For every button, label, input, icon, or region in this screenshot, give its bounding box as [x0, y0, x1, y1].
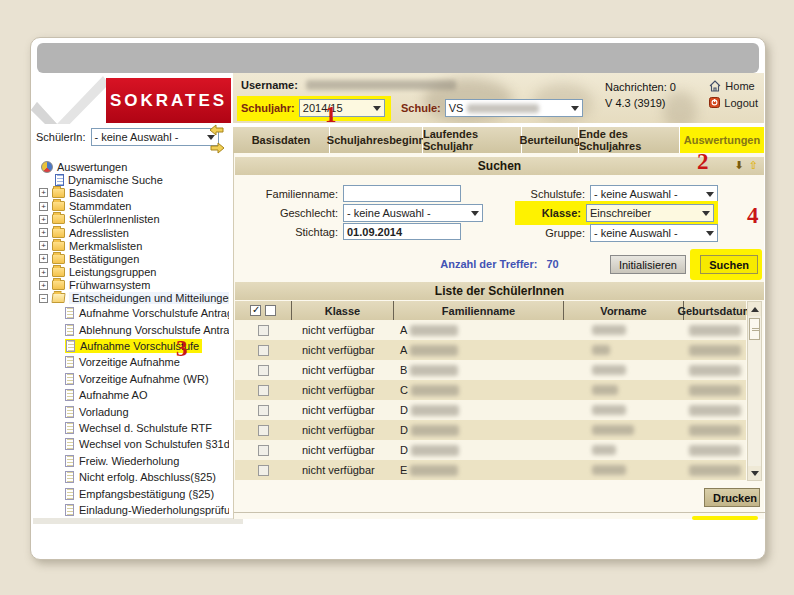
expand-plus-icon[interactable]: [39, 188, 48, 197]
table-row[interactable]: nicht verfügbarC: [235, 380, 746, 400]
expand-plus-icon[interactable]: [39, 241, 48, 250]
tree-folder-fruehwarnsystem[interactable]: Frühwarnsystem: [39, 279, 229, 292]
tree-item-wechsel-schulstufe-rtf[interactable]: Wechsel d. Schulstufe RTF: [39, 420, 229, 436]
drucken-button[interactable]: Drucken: [704, 488, 760, 507]
col-header-klasse: Klasse: [292, 301, 394, 320]
expand-right-arrow-icon[interactable]: [209, 142, 225, 154]
expand-plus-icon[interactable]: [39, 268, 48, 277]
folder-icon: [52, 188, 65, 198]
table-row[interactable]: nicht verfügbarA: [235, 320, 746, 340]
home-button[interactable]: Home: [709, 77, 758, 94]
tree-folder-merkmalslisten[interactable]: Merkmalslisten: [39, 239, 229, 252]
tree-item-vorzeitige-aufnahme[interactable]: Vorzeitige Aufnahme: [39, 354, 229, 370]
logout-button[interactable]: Logout: [709, 94, 758, 111]
tree-item-vorladung[interactable]: Vorladung: [39, 403, 229, 419]
stichtag-label: Stichtag:: [260, 226, 338, 238]
expand-plus-icon[interactable]: [39, 228, 48, 237]
tree-item-aufnahme-vorschulstufe-antrag[interactable]: Aufnahme Vorschulstufe Antrag: [39, 305, 229, 321]
tree-folder-adresslisten[interactable]: Adresslisten: [39, 226, 229, 239]
deselect-all-checkbox[interactable]: [265, 305, 276, 316]
row-checkbox[interactable]: [258, 465, 269, 476]
table-row[interactable]: nicht verfügbarD: [235, 440, 746, 460]
expand-section-icon[interactable]: ⇧: [749, 159, 758, 172]
tree-folder-basisdaten[interactable]: Basisdaten: [39, 186, 229, 199]
tree-item-aufnahme-vorschulstufe[interactable]: Aufnahme Vorschulstufe: [39, 338, 229, 354]
tree-item-einladung-wiederholungspruefung[interactable]: Einladung-Wiederholungsprüfung: [39, 502, 229, 518]
expand-plus-icon[interactable]: [39, 202, 48, 211]
tab-laufendes-schuljahr[interactable]: Laufendes Schuljahr: [423, 127, 521, 153]
vorname-redacted: [592, 405, 626, 415]
geburtsdatum-redacted: [689, 445, 741, 456]
gruppe-select[interactable]: - keine Auswahl -: [590, 224, 718, 242]
row-checkbox[interactable]: [258, 325, 269, 336]
table-row[interactable]: nicht verfügbarB: [235, 360, 746, 380]
vorname-redacted: [592, 445, 616, 455]
stichtag-input[interactable]: 01.09.2014: [343, 223, 461, 240]
document-icon: [65, 504, 74, 516]
sidebar-scroll-strip[interactable]: [33, 518, 243, 524]
tree-item-dynamische-suche[interactable]: Dynamische Suche: [39, 173, 229, 186]
tree-item-freiw-wiederholung[interactable]: Freiw. Wiederholung: [39, 453, 229, 469]
schulstufe-label: Schulstufe:: [523, 188, 585, 200]
schuelerin-select[interactable]: - keine Auswahl -: [91, 128, 219, 146]
window-titlebar[interactable]: [37, 43, 759, 73]
tree-folder-entscheidungen[interactable]: Entscheidungen und Mitteilungen: [39, 292, 229, 305]
expand-plus-icon[interactable]: [39, 215, 48, 224]
row-checkbox[interactable]: [258, 365, 269, 376]
table-row[interactable]: nicht verfügbarA: [235, 340, 746, 360]
initialisieren-button[interactable]: Initialisieren: [610, 255, 686, 274]
tab-ende-des-schuljahres[interactable]: Ende des Schuljahres: [579, 127, 679, 153]
expand-plus-icon[interactable]: [39, 281, 48, 290]
tree-item-nicht-erfolg-abschluss[interactable]: Nicht erfolg. Abschluss(§25): [39, 469, 229, 485]
suchen-button[interactable]: Suchen: [700, 255, 758, 274]
tree-item-empfangsbestaetigung[interactable]: Empfangsbestätigung (§25): [39, 485, 229, 501]
table-row[interactable]: nicht verfügbarD: [235, 420, 746, 440]
tab-basisdaten[interactable]: Basisdaten: [233, 127, 329, 153]
vorname-redacted: [592, 425, 634, 435]
scrollbar-thumb[interactable]: [749, 318, 760, 340]
tree-item-aufnahme-ao[interactable]: Aufnahme AO: [39, 387, 229, 403]
table-row[interactable]: nicht verfügbarD: [235, 400, 746, 420]
tree-root-auswertungen[interactable]: Auswertungen: [39, 160, 229, 173]
geschlecht-select[interactable]: - keine Auswahl -: [343, 204, 483, 222]
table-row[interactable]: nicht verfügbarE: [235, 460, 746, 480]
row-checkbox[interactable]: [258, 345, 269, 356]
tree-folder-bestaetigungen[interactable]: Bestätigungen: [39, 252, 229, 265]
row-checkbox[interactable]: [258, 445, 269, 456]
schule-value-redacted: [467, 104, 539, 113]
tree-folder-leistungsgruppen[interactable]: Leistungsgruppen: [39, 266, 229, 279]
tab-schuljahresbeginn[interactable]: Schuljahresbeginn: [330, 127, 422, 153]
row-checkbox[interactable]: [258, 405, 269, 416]
username-value-redacted: [306, 80, 456, 90]
sidebar: SchülerIn: - keine Auswahl - Auswertunge…: [33, 124, 231, 519]
table-scrollbar[interactable]: [747, 301, 762, 481]
table-header: Klasse Familienname Vorname Geburtsdatum: [235, 301, 746, 320]
collapse-minus-icon[interactable]: [39, 294, 48, 303]
schule-select[interactable]: VS: [445, 99, 583, 117]
row-checkbox[interactable]: [258, 385, 269, 396]
tab-auswertungen[interactable]: Auswertungen: [680, 127, 764, 153]
schule-label: Schule:: [401, 102, 441, 114]
tree-folder-stammdaten[interactable]: Stammdaten: [39, 200, 229, 213]
klasse-field-highlight: Klasse: Einschreiber: [515, 201, 718, 225]
klasse-select[interactable]: Einschreiber: [586, 204, 714, 222]
document-icon: [65, 324, 74, 336]
scroll-down-button[interactable]: [748, 466, 761, 480]
tree-folder-schuelerinnenlisten[interactable]: SchülerInnenlisten: [39, 213, 229, 226]
schuljahr-select[interactable]: 2014/15: [299, 99, 385, 117]
select-all-checkbox[interactable]: [250, 305, 261, 316]
tree-item-vorzeitige-aufnahme-wr[interactable]: Vorzeitige Aufnahme (WR): [39, 371, 229, 387]
row-checkbox[interactable]: [258, 425, 269, 436]
nachrichten-count: Nachrichten: 0: [605, 79, 676, 95]
scroll-up-button[interactable]: [748, 302, 761, 316]
expand-plus-icon[interactable]: [39, 254, 48, 263]
familienname-input[interactable]: [343, 185, 461, 202]
suchen-section-header: Suchen ⬇ ⇧: [235, 157, 764, 175]
tab-beurteilung[interactable]: Beurteilung: [522, 127, 578, 153]
tree-item-wechsel-von-schulstufen[interactable]: Wechsel von Schulstufen §31d: [39, 436, 229, 452]
collapse-left-arrow-icon[interactable]: [209, 124, 225, 136]
tree-item-ablehnung-vorschulstufe-antrag[interactable]: Ablehnung Vorschulstufe Antrag: [39, 321, 229, 337]
collapse-section-icon[interactable]: ⬇: [735, 159, 744, 172]
treffer-label: Anzahl der Treffer:: [440, 258, 537, 270]
home-icon: [709, 80, 721, 92]
